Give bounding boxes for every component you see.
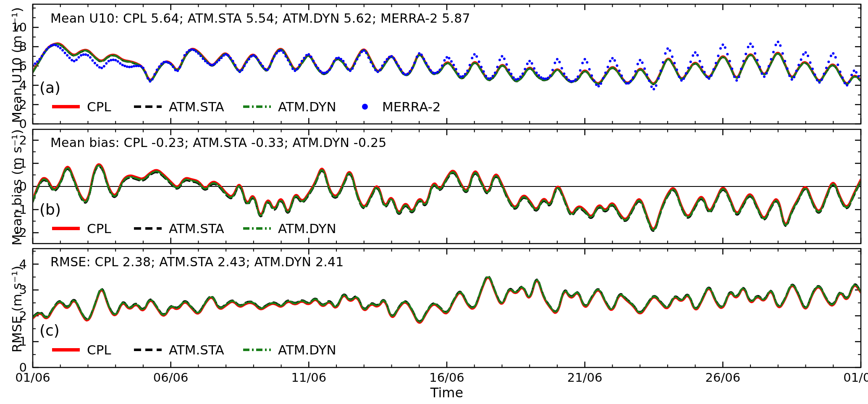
legend-label: ATM.STA xyxy=(169,221,224,236)
legend-label: ATM.DYN xyxy=(278,99,336,114)
panel-c-letter: (c) xyxy=(39,322,60,339)
x-tick-label: 06/06 xyxy=(146,370,196,385)
y-tick-label: -2 xyxy=(0,226,27,240)
y-tick-label: 1 xyxy=(0,334,27,349)
legend-item-cpl: CPL xyxy=(51,342,111,357)
panel-b-title: Mean bias: CPL -0.23; ATM.STA -0.33; ATM… xyxy=(50,135,387,150)
legend-item-atm-dyn: ATM.DYN xyxy=(242,221,336,236)
y-tick-label: 3 xyxy=(0,283,27,297)
y-tick-label: 4 xyxy=(0,257,27,271)
panel-b-letter: (b) xyxy=(39,201,61,218)
panel-c-legend: CPLATM.STAATM.DYN xyxy=(51,342,513,357)
atm-dyn-line-swatch xyxy=(242,104,272,109)
panel-c-title: RMSE: CPL 2.38; ATM.STA 2.43; ATM.DYN 2.… xyxy=(50,254,344,269)
legend-label: ATM.STA xyxy=(169,342,224,357)
legend-label: CPL xyxy=(87,99,111,114)
legend-label: CPL xyxy=(87,342,111,357)
legend-label: ATM.DYN xyxy=(278,221,336,236)
y-tick-label: 6 xyxy=(0,59,27,73)
y-tick-label: 2 xyxy=(0,97,27,112)
cpl-line-swatch xyxy=(51,104,81,109)
legend-item-cpl: CPL xyxy=(51,99,111,114)
y-tick-label: -1 xyxy=(0,202,27,217)
legend-item-cpl: CPL xyxy=(51,221,111,236)
legend-label: ATM.DYN xyxy=(278,342,336,357)
legend-label: ATM.STA xyxy=(169,99,224,114)
x-axis-label: Time xyxy=(405,385,489,401)
y-tick-label: 4 xyxy=(0,78,27,92)
legend-label: MERRA-2 xyxy=(382,99,441,114)
legend-item-atm-dyn: ATM.DYN xyxy=(242,99,336,114)
x-tick-label: 21/06 xyxy=(560,370,610,385)
legend-item-merra-2: MERRA-2 xyxy=(362,99,441,114)
atm-sta-line-swatch xyxy=(133,226,163,231)
figure: Mean U10: CPL 5.64; ATM.STA 5.54; ATM.DY… xyxy=(0,0,868,404)
legend-item-atm-sta: ATM.STA xyxy=(133,99,224,114)
atm-dyn-line-swatch xyxy=(242,226,272,231)
panel-b-legend: CPLATM.STAATM.DYN xyxy=(51,221,513,236)
atm-sta-line-swatch xyxy=(133,104,163,109)
merra-2-dot-swatch xyxy=(362,104,368,110)
panel-a-title: Mean U10: CPL 5.64; ATM.STA 5.54; ATM.DY… xyxy=(50,11,470,26)
x-tick-label: 16/06 xyxy=(422,370,472,385)
x-tick-label: 01/07 xyxy=(836,370,868,385)
y-tick-label: 8 xyxy=(0,39,27,54)
y-tick-label: 2 xyxy=(0,309,27,323)
y-tick-label: 10 xyxy=(0,20,27,34)
atm-dyn-line-swatch xyxy=(242,347,272,352)
legend-label: CPL xyxy=(87,221,111,236)
x-tick-label: 11/06 xyxy=(283,370,334,385)
legend-item-atm-dyn: ATM.DYN xyxy=(242,342,336,357)
y-tick-label: 2 xyxy=(0,133,27,147)
legend-item-atm-sta: ATM.STA xyxy=(133,221,224,236)
x-tick-label: 26/06 xyxy=(698,370,748,385)
y-tick-label: 1 xyxy=(0,156,27,171)
cpl-line-swatch xyxy=(51,226,81,231)
legend-item-atm-sta: ATM.STA xyxy=(133,342,224,357)
y-tick-label: 0 xyxy=(0,117,27,131)
panel-a-letter: (a) xyxy=(39,79,60,96)
panel-a-legend: CPLATM.STAATM.DYNMERRA-2 xyxy=(51,99,513,114)
y-tick-label: 0 xyxy=(0,179,27,194)
y-tick-label: 0 xyxy=(0,360,27,375)
cpl-line-swatch xyxy=(51,347,81,352)
atm-sta-line-swatch xyxy=(133,347,163,352)
